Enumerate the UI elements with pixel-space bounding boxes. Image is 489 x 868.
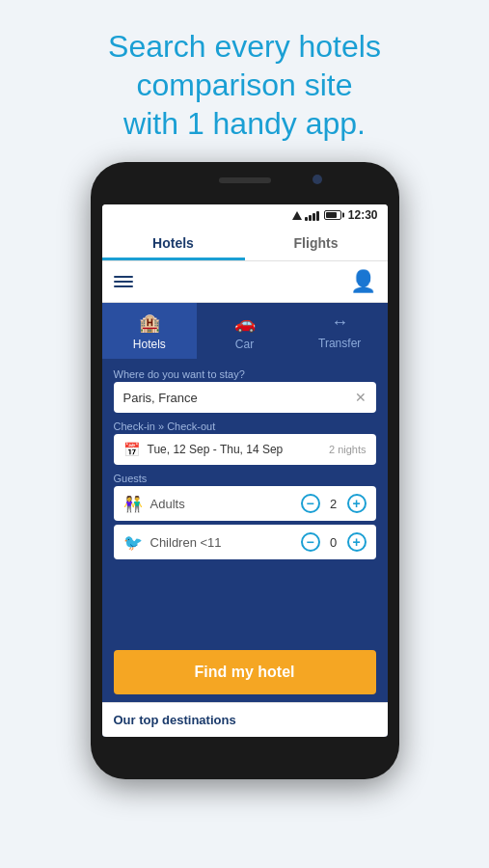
cat-tab-transfer[interactable]: ↔ Transfer [292,303,388,359]
children-decrement-button[interactable]: − [301,532,320,552]
checkin-label: Check-in » Check-out [114,420,376,432]
calendar-icon: 📅 [123,442,140,457]
phone-camera [312,175,322,184]
children-label: Children <11 [150,535,301,550]
search-form: Where do you want to stay? Paris, France… [102,359,388,642]
hamburger-menu-button[interactable] [114,276,133,287]
car-icon: 🚗 [234,312,256,334]
cat-tab-car[interactable]: 🚗 Car [197,303,292,359]
main-content-area: 🏨 Hotels 🚗 Car ↔ Transfer [102,303,388,737]
tab-flights[interactable]: Flights [245,226,388,260]
headline: Search every hotels comparison site with… [69,0,420,162]
adults-label: Adults [150,497,301,511]
phone-speaker [219,177,271,183]
adults-stepper: − 2 + [301,494,367,513]
clear-destination-button[interactable]: ✕ [355,390,367,405]
find-hotel-button[interactable]: Find my hotel [114,650,376,694]
children-stepper: − 0 + [301,532,367,552]
hotels-icon: 🏨 [139,312,160,334]
top-destinations-label: Our top destinations [102,702,388,737]
checkin-input[interactable]: 📅 Tue, 12 Sep - Thu, 14 Sep 2 nights [114,434,376,465]
phone-mockup: 12:30 Hotels Flights 👤 🏨 [91,162,399,779]
children-icon: 🐦 [123,533,143,552]
adults-row: 👫 Adults − 2 + [114,486,376,521]
nav-bar: 👤 [102,261,388,303]
destination-input[interactable]: Paris, France ✕ [114,382,376,413]
network-bars-icon [305,209,319,221]
user-avatar-icon[interactable]: 👤 [351,269,376,294]
signal-icon [292,211,302,220]
tab-hotels[interactable]: Hotels [102,226,245,260]
phone-screen: 12:30 Hotels Flights 👤 🏨 [102,204,388,737]
cat-tab-hotels[interactable]: 🏨 Hotels [102,303,198,359]
transfer-icon: ↔ [331,312,348,333]
battery-icon [324,210,341,220]
guests-label: Guests [114,473,376,484]
children-row: 🐦 Children <11 − 0 + [114,525,376,559]
category-tabs: 🏨 Hotels 🚗 Car ↔ Transfer [102,303,388,359]
status-time: 12:30 [348,208,378,222]
main-tabs: Hotels Flights [102,226,388,261]
adults-decrement-button[interactable]: − [301,494,320,513]
adults-icon: 👫 [123,495,143,513]
children-count: 0 [328,535,340,550]
nights-value: 2 nights [329,444,367,455]
children-increment-button[interactable]: + [347,532,367,552]
adults-increment-button[interactable]: + [347,494,367,513]
adults-count: 2 [328,497,340,511]
destination-label: Where do you want to stay? [114,368,376,380]
status-bar: 12:30 [102,204,388,226]
